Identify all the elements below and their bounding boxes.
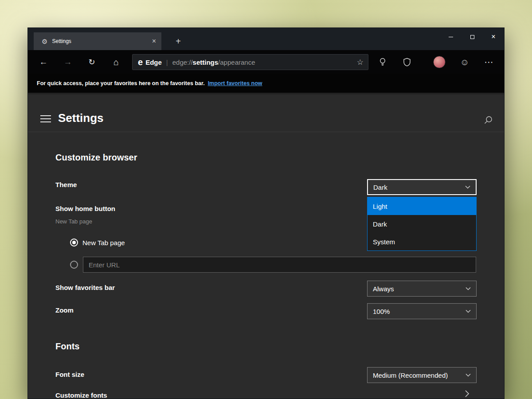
theme-select-value: Dark (373, 184, 387, 191)
tab-title: Settings (52, 38, 152, 44)
feedback-button[interactable]: ☺ (457, 53, 473, 71)
shield-icon (403, 58, 411, 66)
font-size-label: Font size (55, 371, 84, 378)
url-input[interactable] (83, 257, 476, 273)
refresh-button[interactable]: ↻ (83, 53, 101, 71)
tab-bar: ⚙ Settings × + × (28, 28, 504, 50)
minimize-icon (449, 37, 453, 37)
customize-fonts-item[interactable]: Customize fonts (55, 391, 107, 399)
new-tab-button[interactable]: + (169, 32, 188, 50)
lightbulb-button[interactable] (375, 53, 391, 71)
show-favorites-bar-value: Always (373, 285, 394, 293)
refresh-icon: ↻ (88, 57, 95, 67)
close-icon: × (491, 33, 495, 40)
theme-select[interactable]: Dark (367, 179, 477, 195)
font-size-value: Medium (Recommended) (373, 372, 448, 379)
zoom-label: Zoom (55, 306, 74, 314)
gear-icon: ⚙ (42, 38, 47, 45)
lightbulb-icon (379, 58, 387, 66)
plus-icon: + (176, 36, 181, 47)
profile-avatar[interactable] (433, 56, 446, 68)
page-title: Settings (58, 111, 104, 125)
search-icon (484, 116, 493, 125)
url-text[interactable]: edge://settings/appearance (172, 59, 353, 66)
tab-close-icon[interactable]: × (152, 38, 156, 45)
radio-new-tab-page[interactable] (70, 239, 78, 246)
settings-tab[interactable]: ⚙ Settings × (34, 32, 161, 50)
chevron-down-icon (466, 287, 471, 290)
settings-page: Settings Customize browser Theme Dark Li… (28, 93, 504, 399)
url-scheme: edge:// (172, 59, 193, 66)
show-home-button-sublabel: New Tab page (55, 218, 92, 225)
radio-new-tab-page-label: New Tab page (82, 239, 125, 246)
favorites-notice-bar: For quick access, place your favorites h… (28, 74, 504, 93)
hamburger-icon (40, 115, 51, 116)
theme-option-dark[interactable]: Dark (368, 215, 476, 233)
chevron-down-icon (466, 309, 471, 313)
notice-text: For quick access, place your favorites h… (37, 80, 205, 86)
forward-icon: → (64, 57, 72, 67)
zoom-value: 100% (373, 308, 390, 315)
window-controls: × (440, 28, 504, 46)
address-separator: | (166, 59, 168, 66)
section-heading-customize-browser: Customize browser (55, 153, 137, 163)
show-favorites-bar-label: Show favorites bar (55, 284, 115, 291)
forward-button[interactable]: → (59, 53, 77, 71)
theme-option-system[interactable]: System (368, 233, 476, 250)
theme-option-light[interactable]: Light (368, 197, 476, 215)
back-button[interactable]: ← (35, 53, 52, 71)
chevron-right-icon (464, 390, 470, 398)
desktop-background: { "window": { "tab_title": "Settings" },… (0, 0, 532, 399)
hamburger-button[interactable] (40, 115, 51, 123)
browser-window: ⚙ Settings × + × ← → ↻ (27, 27, 505, 399)
zoom-select[interactable]: 100% (367, 303, 477, 319)
theme-label: Theme (55, 181, 77, 188)
show-favorites-bar-select[interactable]: Always (367, 281, 477, 297)
back-icon: ← (39, 57, 48, 67)
customize-fonts-chevron[interactable] (464, 390, 470, 398)
edge-logo-icon: e (138, 58, 143, 66)
browser-toolbar: ← → ↻ ⌂ e Edge | edge://settings/appeara… (28, 50, 504, 74)
theme-dropdown: Light Dark System (367, 197, 477, 251)
more-button[interactable]: ⋯ (481, 53, 497, 71)
font-size-select[interactable]: Medium (Recommended) (367, 367, 477, 383)
chevron-down-icon (466, 373, 471, 377)
edge-label: Edge (145, 59, 162, 66)
chevron-down-icon (465, 185, 470, 189)
url-host: settings (193, 59, 219, 66)
home-icon: ⌂ (113, 57, 119, 67)
favorite-star-icon[interactable]: ☆ (357, 59, 364, 66)
close-button[interactable]: × (483, 28, 504, 46)
ellipsis-icon: ⋯ (485, 57, 494, 67)
maximize-button[interactable] (462, 28, 483, 46)
minimize-button[interactable] (440, 28, 462, 46)
shield-button[interactable] (399, 53, 415, 71)
radio-custom-url[interactable] (70, 261, 78, 269)
url-path: /appearance (218, 59, 255, 66)
address-bar[interactable]: e Edge | edge://settings/appearance ☆ (132, 54, 368, 70)
header-divider (28, 132, 504, 132)
search-button[interactable] (481, 113, 495, 127)
import-favorites-link[interactable]: Import favorites now (208, 80, 262, 86)
section-heading-fonts: Fonts (55, 341, 79, 352)
maximize-icon (470, 35, 474, 39)
home-button[interactable]: ⌂ (107, 53, 125, 71)
smiley-icon: ☺ (460, 57, 469, 67)
show-home-button-label: Show home button (55, 205, 115, 212)
